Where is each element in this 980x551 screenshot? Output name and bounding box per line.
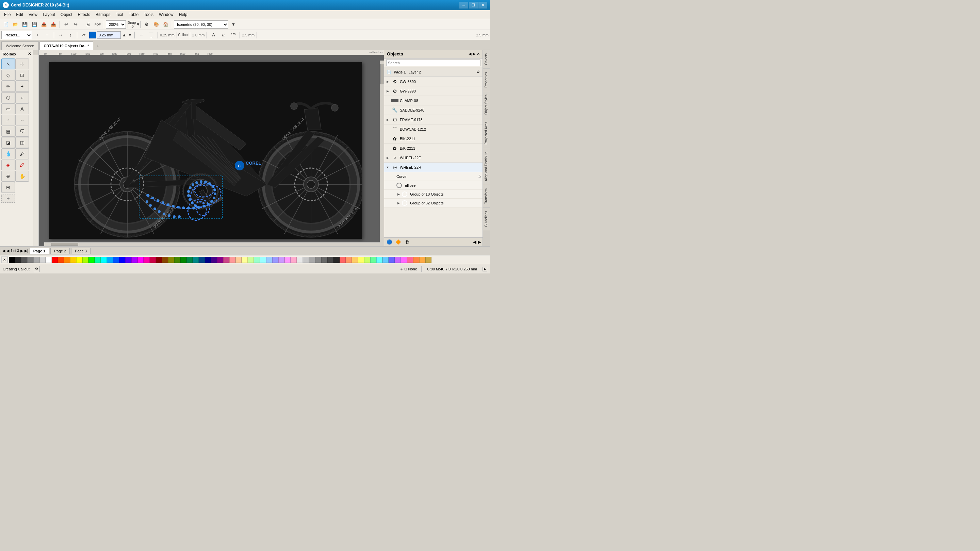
pick-tool[interactable]: ↖: [2, 59, 15, 69]
palette-color[interactable]: [223, 257, 229, 263]
objects-search-input[interactable]: [386, 60, 480, 66]
obj-item-wheel22r[interactable]: ▼ ◎ WHEEL-22R: [384, 163, 482, 172]
palette-color[interactable]: [419, 257, 425, 263]
palette-color[interactable]: [235, 257, 242, 263]
palette-color[interactable]: [376, 257, 382, 263]
freehand-tool[interactable]: ✏: [2, 81, 15, 92]
panel-prev-button[interactable]: ◀: [469, 52, 471, 56]
panel-obj-icon[interactable]: 🔶: [395, 239, 402, 246]
palette-color[interactable]: [168, 257, 174, 263]
menu-item-help[interactable]: Help: [176, 11, 190, 18]
palette-color[interactable]: [162, 257, 168, 263]
palette-color[interactable]: [143, 257, 150, 263]
obj-item-gw8890[interactable]: ▶ ⚙ GW-8890: [384, 77, 482, 86]
crop-tool[interactable]: ⊡: [15, 70, 29, 81]
obj-sub-item-curve[interactable]: Curve fx: [384, 172, 482, 181]
add-preset-button[interactable]: +: [33, 31, 42, 39]
page-next-button[interactable]: ▶: [21, 249, 23, 253]
palette-color[interactable]: [137, 257, 143, 263]
palette-color[interactable]: [192, 257, 199, 263]
menu-item-file[interactable]: File: [2, 11, 13, 18]
palette-color[interactable]: [266, 257, 272, 263]
palette-color[interactable]: [76, 257, 82, 263]
shadow-tool[interactable]: ◪: [2, 137, 15, 148]
obj-expand-gw9990[interactable]: ▶: [385, 89, 390, 93]
palette-color[interactable]: [58, 257, 64, 263]
shape-tool[interactable]: ◇: [2, 70, 15, 81]
obj-expand-gw8890[interactable]: ▶: [385, 79, 390, 84]
palette-color[interactable]: [211, 257, 217, 263]
mirror-h-button[interactable]: ↔: [56, 31, 65, 39]
palette-color[interactable]: [242, 257, 248, 263]
palette-color[interactable]: [95, 257, 101, 263]
palette-color[interactable]: [40, 257, 46, 263]
palette-color[interactable]: [382, 257, 388, 263]
palette-color[interactable]: [33, 257, 40, 263]
palette-color[interactable]: [131, 257, 137, 263]
side-tab-align[interactable]: Align and Distribute: [483, 148, 490, 185]
palette-color[interactable]: [248, 257, 254, 263]
snap-tool[interactable]: ⊞: [2, 182, 15, 193]
palette-color[interactable]: [119, 257, 125, 263]
v-scroll-thumb[interactable]: [380, 64, 383, 84]
palette-color[interactable]: [254, 257, 260, 263]
import-button[interactable]: 📥: [40, 21, 48, 29]
outline-pen-tool[interactable]: 🖊: [15, 159, 29, 170]
dimension-tool[interactable]: ↔: [15, 114, 29, 125]
text-tool[interactable]: A: [15, 103, 29, 114]
side-tab-objects[interactable]: Objects: [483, 50, 490, 68]
menu-item-edit[interactable]: Edit: [13, 11, 26, 18]
print-button[interactable]: 🖨: [84, 21, 92, 29]
palette-color[interactable]: [260, 257, 266, 263]
fill-tool[interactable]: ◈: [2, 159, 15, 170]
smart-draw-tool[interactable]: ✦: [15, 81, 29, 92]
palette-color[interactable]: [64, 257, 70, 263]
panel-scroll-right[interactable]: ▶: [478, 240, 481, 245]
palette-color[interactable]: [395, 257, 401, 263]
palette-color[interactable]: [413, 257, 419, 263]
palette-color[interactable]: [425, 257, 431, 263]
redo-button[interactable]: ↪: [71, 21, 80, 29]
palette-color[interactable]: [297, 257, 303, 263]
panel-delete-button[interactable]: 🗑: [403, 239, 411, 246]
view-preset-dropdown[interactable]: Isometric (30, 90, 30): [174, 21, 228, 29]
table-tool[interactable]: ▦: [2, 126, 15, 137]
menu-item-object[interactable]: Object: [58, 11, 75, 18]
home-button[interactable]: 🏠: [161, 21, 170, 29]
save-button[interactable]: 💾: [21, 21, 29, 29]
menu-item-text[interactable]: Text: [113, 11, 126, 18]
palette-color[interactable]: [278, 257, 285, 263]
palette-color[interactable]: [291, 257, 297, 263]
obj-item-bowcab1212[interactable]: ▶ ⌒ BOWCAB-1212: [384, 124, 482, 134]
text-italic-button[interactable]: a: [219, 31, 228, 39]
palette-color[interactable]: [113, 257, 119, 263]
close-button[interactable]: ✕: [479, 2, 487, 8]
paint-bucket[interactable]: 🖌: [15, 148, 29, 159]
palette-color[interactable]: [180, 257, 186, 263]
side-tab-guidelines[interactable]: Guidelines: [483, 207, 490, 230]
zoom-tool[interactable]: ⊕: [2, 171, 15, 182]
toolbox-close[interactable]: ✕: [28, 52, 31, 56]
connector-tool[interactable]: ⟋: [2, 114, 15, 125]
palette-color[interactable]: [205, 257, 211, 263]
callout-tool-box[interactable]: 🗨: [15, 126, 29, 137]
palette-color[interactable]: [303, 257, 309, 263]
obj-item-wheel22f[interactable]: ▶ ○ WHEEL-22F: [384, 153, 482, 163]
palette-color[interactable]: [27, 257, 33, 263]
text-style-button[interactable]: A: [209, 31, 218, 39]
vertical-scrollbar[interactable]: [380, 60, 384, 242]
ellipse-tool[interactable]: ○: [15, 92, 29, 103]
layer-settings-button[interactable]: ⚙: [476, 70, 480, 74]
menu-item-view[interactable]: View: [26, 11, 40, 18]
freeform-pick-tool[interactable]: ⊹: [15, 59, 29, 69]
palette-color[interactable]: [334, 257, 340, 263]
palette-color[interactable]: [70, 257, 76, 263]
palette-color[interactable]: [9, 257, 15, 263]
menu-item-layout[interactable]: Layout: [40, 11, 58, 18]
save-as-button[interactable]: 💾: [30, 21, 39, 29]
palette-color[interactable]: [285, 257, 291, 263]
obj-sub-item-group32[interactable]: ▶ Group of 32 Objects: [384, 198, 482, 208]
color-wheel-button[interactable]: 🎨: [152, 21, 161, 29]
palette-color[interactable]: [125, 257, 131, 263]
outline-button[interactable]: ▱: [79, 31, 88, 39]
